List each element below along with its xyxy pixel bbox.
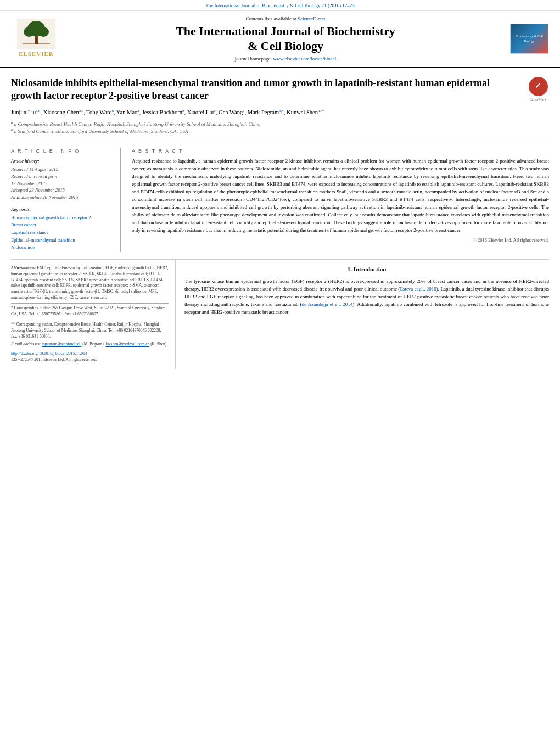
abstract-column: A B S T R A C T Acquired resistance to l… bbox=[132, 148, 549, 252]
article-title-section: Niclosamide inhibits epithelial-mesenchy… bbox=[11, 77, 549, 103]
article-info-abstract-section: A R T I C L E I N F O Article history: R… bbox=[11, 142, 549, 252]
svg-rect-4 bbox=[35, 36, 38, 44]
journal-header: ELSEVIER Contents lists available at Sci… bbox=[0, 11, 560, 68]
journal-logo-right: Biochemistry & Cell Biology bbox=[507, 24, 551, 54]
doi-link[interactable]: http://dx.doi.org/10.1016/j.biocel.2015.… bbox=[11, 351, 87, 356]
bottom-section: Abbreviations: EMT, epithelial-mesenchym… bbox=[11, 259, 549, 369]
article-history: Article history: Received 14 August 2015… bbox=[11, 158, 114, 201]
double-star-note-text: ** Corresponding author. Comprehensive B… bbox=[11, 322, 161, 339]
authors-text: Junjun Liua,b, Xiaosong Chena,b, Toby Wa… bbox=[11, 109, 324, 115]
footnotes-column: Abbreviations: EMT, epithelial-mesenchym… bbox=[11, 260, 176, 369]
authors: Junjun Liua,b, Xiaosong Chena,b, Toby Wa… bbox=[11, 108, 549, 116]
cite-esteva[interactable]: Esteva et al., 2010 bbox=[400, 286, 436, 292]
journal-title: The International Journal of Biochemistr… bbox=[64, 24, 507, 53]
affiliations: a a Comprehensive Breast Health Center, … bbox=[11, 120, 549, 135]
issn-text: 1357-2725/© 2015 Elsevier Ltd. All right… bbox=[11, 357, 97, 362]
article-info-header: A R T I C L E I N F O bbox=[11, 148, 114, 155]
keywords-section: Keywords: Human epidermal growth factor … bbox=[11, 207, 114, 252]
abbreviations: Abbreviations: EMT, epithelial-mesenchym… bbox=[11, 265, 169, 301]
cite-azambuja[interactable]: de Azambuja et al., 2014 bbox=[302, 302, 353, 307]
revised-date: 13 November 2015 bbox=[11, 181, 47, 186]
keyword-5[interactable]: Niclosamide bbox=[11, 244, 114, 252]
introduction-column: 1. Introduction The tyrosine kinase huma… bbox=[176, 260, 549, 369]
page: The International Journal of Biochemistr… bbox=[0, 0, 560, 742]
email-2-name: (K. Shen). bbox=[150, 342, 167, 347]
issn-section: 1357-2725/© 2015 Elsevier Ltd. All right… bbox=[11, 357, 169, 363]
email-section: E-mail addresses: mpegram@stanford.edu (… bbox=[11, 342, 169, 348]
affiliation-b: b b Stanford Cancer Institute, Stanford … bbox=[11, 127, 549, 135]
keywords-label: Keywords: bbox=[11, 207, 114, 213]
sciencedirect-link[interactable]: ScienceDirect bbox=[298, 16, 325, 21]
citation-text: The International Journal of Biochemistr… bbox=[205, 3, 354, 8]
accepted-date: Accepted 23 November 2015 bbox=[11, 187, 65, 193]
article-body: Niclosamide inhibits epithelial-mesenchy… bbox=[0, 68, 560, 374]
crossmark-label: CrossMark bbox=[529, 97, 546, 103]
svg-point-2 bbox=[24, 27, 35, 37]
homepage-label: journal homepage: bbox=[235, 56, 272, 62]
star-note-text: * Corresponding author. 265 Campus Drive… bbox=[11, 305, 166, 316]
introduction-heading: 1. Introduction bbox=[184, 265, 549, 274]
doi-section: http://dx.doi.org/10.1016/j.biocel.2015.… bbox=[11, 351, 169, 357]
email-1-link[interactable]: mpegram@stanford.edu bbox=[42, 342, 82, 347]
email-1-name: (M. Pegram), bbox=[82, 342, 104, 347]
history-label: Article history: bbox=[11, 158, 114, 165]
biochemistry-journal-icon: Biochemistry & Cell Biology bbox=[510, 24, 548, 54]
keyword-2[interactable]: Breast cancer bbox=[11, 221, 114, 229]
journal-homepage: journal homepage: www.elsevier.com/locat… bbox=[64, 55, 507, 63]
introduction-text: The tyrosine kinase human epidermal grow… bbox=[184, 278, 549, 316]
email-2-link[interactable]: kwshen@medmail.com.cn bbox=[105, 342, 149, 347]
citation-bar: The International Journal of Biochemistr… bbox=[0, 0, 560, 11]
journal-title-line2: & Cell Biology bbox=[248, 39, 323, 53]
article-title: Niclosamide inhibits epithelial-mesenchy… bbox=[11, 77, 522, 103]
abstract-body: Acquired resistance to lapatinib, a huma… bbox=[132, 158, 549, 232]
abbreviations-text: EMT, epithelial-mesenchymal transition; … bbox=[11, 265, 169, 300]
contents-available-line: Contents lists available at ScienceDirec… bbox=[64, 15, 507, 23]
homepage-url[interactable]: www.elsevier.com/locate/biocel bbox=[273, 56, 336, 62]
received-date: Received 14 August 2015 bbox=[11, 166, 58, 172]
available-date: Available online 28 November 2015 bbox=[11, 194, 78, 200]
crossmark-icon: ✓ bbox=[529, 77, 548, 96]
email-label: E-mail addresses: bbox=[11, 342, 41, 347]
keyword-4[interactable]: Epithelial-mesenchymal transition bbox=[11, 237, 114, 244]
abstract-text: Acquired resistance to lapatinib, a huma… bbox=[132, 158, 549, 244]
crossmark-section: ✓ CrossMark bbox=[527, 77, 549, 103]
abstract-header: A B S T R A C T bbox=[132, 148, 549, 155]
svg-point-3 bbox=[38, 27, 49, 37]
copyright-notice: © 2015 Elsevier Ltd. All rights reserved… bbox=[132, 237, 549, 244]
affiliation-a: a a Comprehensive Breast Health Center, … bbox=[11, 120, 549, 128]
keyword-3[interactable]: Lapatinib resistance bbox=[11, 229, 114, 237]
article-info-column: A R T I C L E I N F O Article history: R… bbox=[11, 148, 121, 252]
keywords-list: Human epidermal growth factor receptor 2… bbox=[11, 214, 114, 252]
journal-title-line1: The International Journal of Biochemistr… bbox=[176, 24, 395, 38]
corresponding-author-star: * Corresponding author. 265 Campus Drive… bbox=[11, 303, 169, 317]
corresponding-author-double-star: ** Corresponding author. Comprehensive B… bbox=[11, 320, 169, 340]
elsevier-tree-icon bbox=[17, 19, 55, 49]
elsevier-wordmark: ELSEVIER bbox=[19, 50, 54, 58]
keyword-1[interactable]: Human epidermal growth factor receptor 2 bbox=[11, 214, 114, 222]
elsevier-logo: ELSEVIER bbox=[9, 19, 64, 58]
intro-number: 1. bbox=[348, 266, 352, 272]
intro-title: Introduction bbox=[354, 266, 387, 272]
abbreviations-label: Abbreviations: bbox=[11, 265, 36, 270]
journal-center-info: Contents lists available at ScienceDirec… bbox=[64, 15, 507, 63]
contents-label: Contents lists available at bbox=[246, 16, 296, 21]
received-revised-label: Received in revised form bbox=[11, 174, 57, 179]
